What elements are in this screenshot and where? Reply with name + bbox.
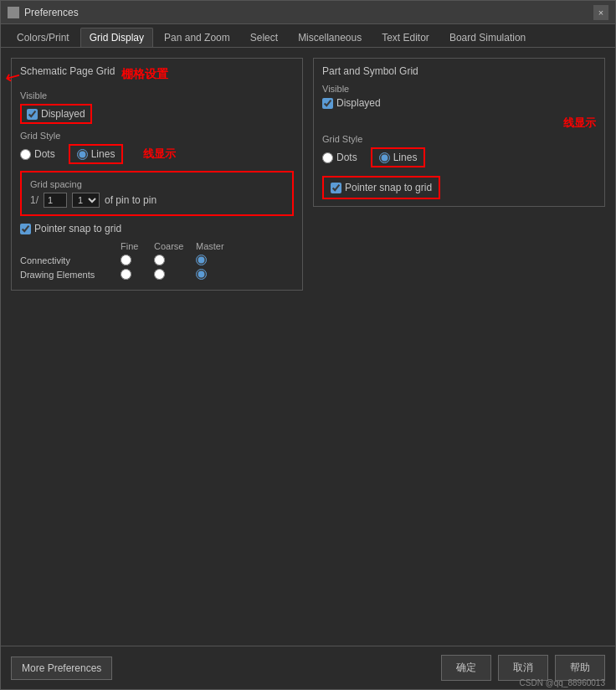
displayed-checkbox-row-right: Displayed	[322, 97, 596, 109]
spacing-input[interactable]	[44, 193, 67, 208]
pointer-snap-label-right: Pointer snap to grid	[345, 182, 432, 193]
connectivity-fine-radio[interactable]	[121, 255, 131, 265]
connectivity-coarse-radio[interactable]	[154, 255, 165, 265]
chinese-lines-label-left: 线显示	[143, 147, 176, 162]
dots-label-right: Dots	[336, 152, 357, 163]
connectivity-master-radio[interactable]	[196, 255, 207, 265]
fine-header: Fine	[121, 241, 154, 251]
visible-label-left: Visible	[20, 90, 294, 100]
help-button[interactable]: 帮助	[555, 655, 605, 681]
displayed-checkbox-box-left: Displayed	[20, 104, 92, 124]
displayed-checkbox-right[interactable]	[322, 98, 333, 109]
grid-style-label-right: Grid Style	[322, 134, 596, 144]
tab-grid-display[interactable]: Grid Display	[80, 28, 153, 47]
part-symbol-grid-title: Part and Symbol Grid	[322, 65, 418, 77]
tab-board-simulation[interactable]: Board Simulation	[440, 28, 535, 47]
dots-option-right: Dots	[322, 152, 357, 163]
of-pin-to-pin-label: of pin to pin	[105, 194, 157, 206]
dots-option-left: Dots	[20, 148, 55, 160]
watermark: CSDN @qq_88960013	[520, 678, 605, 687]
pointer-snap-label-left: Pointer snap to grid	[34, 223, 121, 234]
lines-label-right: Lines	[393, 152, 418, 163]
connectivity-label: Connectivity	[20, 255, 121, 265]
drawing-elements-row: Drawing Elements	[20, 269, 294, 280]
title-bar-left: Preferences	[8, 7, 79, 18]
connectivity-section: Fine Coarse Master Connectivity Drawing …	[20, 241, 294, 280]
lines-option-box-left: Lines	[69, 144, 124, 164]
master-header: Master	[196, 241, 238, 251]
right-panel: Part and Symbol Grid Visible Displayed 线…	[313, 58, 605, 636]
tab-bar: Colors/Print Grid Display Pan and Zoom S…	[1, 24, 615, 48]
displayed-label-left: Displayed	[41, 108, 85, 120]
visible-label-right: Visible	[322, 84, 596, 94]
part-symbol-grid-section: Part and Symbol Grid Visible Displayed 线…	[313, 58, 605, 207]
tab-text-editor[interactable]: Text Editor	[372, 28, 439, 47]
preferences-window: Preferences × Colors/Print Grid Display …	[0, 0, 616, 690]
title-bar: Preferences ×	[1, 1, 615, 24]
app-icon	[8, 7, 19, 18]
lines-label-left: Lines	[91, 148, 116, 160]
drawing-fine-radio[interactable]	[121, 269, 131, 280]
connectivity-row: Connectivity	[20, 255, 294, 265]
close-button[interactable]: ×	[593, 5, 608, 20]
pointer-snap-row-left: Pointer snap to grid	[20, 223, 294, 234]
left-panel: Schematic Page Grid 棚格设置 ↙ Visible Displ…	[11, 58, 303, 636]
schematic-page-grid-title: Schematic Page Grid	[20, 65, 115, 77]
bottom-right-buttons: 确定 取消 帮助	[441, 655, 605, 681]
schematic-page-grid-section: Schematic Page Grid 棚格设置 ↙ Visible Displ…	[11, 58, 303, 291]
tab-select[interactable]: Select	[241, 28, 287, 47]
grid-style-row-right: Dots Lines	[322, 147, 596, 167]
chinese-grid-label: 棚格设置	[121, 67, 168, 82]
lines-radio-left[interactable]	[77, 149, 88, 160]
tab-colors-print[interactable]: Colors/Print	[8, 28, 79, 47]
chinese-lines-label-right: 线显示	[563, 116, 596, 129]
pointer-snap-checkbox-left[interactable]	[20, 224, 31, 234]
lines-radio-right[interactable]	[379, 152, 390, 163]
spacing-row: 1/ 1 of pin to pin	[30, 193, 284, 208]
spacing-fraction: 1/	[30, 194, 38, 206]
grid-style-label-left: Grid Style	[20, 131, 294, 141]
drawing-master-radio[interactable]	[196, 269, 207, 280]
connectivity-header: Fine Coarse Master	[20, 241, 294, 251]
lines-option-box-right: Lines	[371, 147, 426, 167]
drawing-coarse-radio[interactable]	[154, 269, 165, 280]
displayed-label-right: Displayed	[336, 97, 381, 109]
displayed-checkbox-left[interactable]	[27, 109, 38, 120]
pointer-snap-box-right: Pointer snap to grid	[322, 176, 440, 199]
dots-radio-left[interactable]	[20, 149, 31, 160]
confirm-button[interactable]: 确定	[441, 655, 491, 681]
drawing-elements-label: Drawing Elements	[20, 270, 121, 280]
tab-miscellaneous[interactable]: Miscellaneous	[289, 28, 371, 47]
content-area: Schematic Page Grid 棚格设置 ↙ Visible Displ…	[1, 48, 615, 646]
pointer-snap-checkbox-right[interactable]	[331, 183, 341, 193]
dots-label-left: Dots	[34, 148, 55, 160]
dots-radio-right[interactable]	[322, 152, 333, 163]
tab-pan-and-zoom[interactable]: Pan and Zoom	[155, 28, 239, 47]
grid-spacing-label: Grid spacing	[30, 179, 284, 189]
grid-spacing-box: Grid spacing 1/ 1 of pin to pin	[20, 171, 294, 216]
window-title: Preferences	[24, 7, 79, 18]
grid-style-row-left: Dots Lines 线显示	[20, 144, 294, 164]
cancel-button[interactable]: 取消	[498, 655, 548, 681]
coarse-header: Coarse	[154, 241, 196, 251]
more-preferences-button[interactable]: More Preferences	[11, 657, 112, 680]
spacing-select[interactable]: 1	[72, 193, 100, 208]
